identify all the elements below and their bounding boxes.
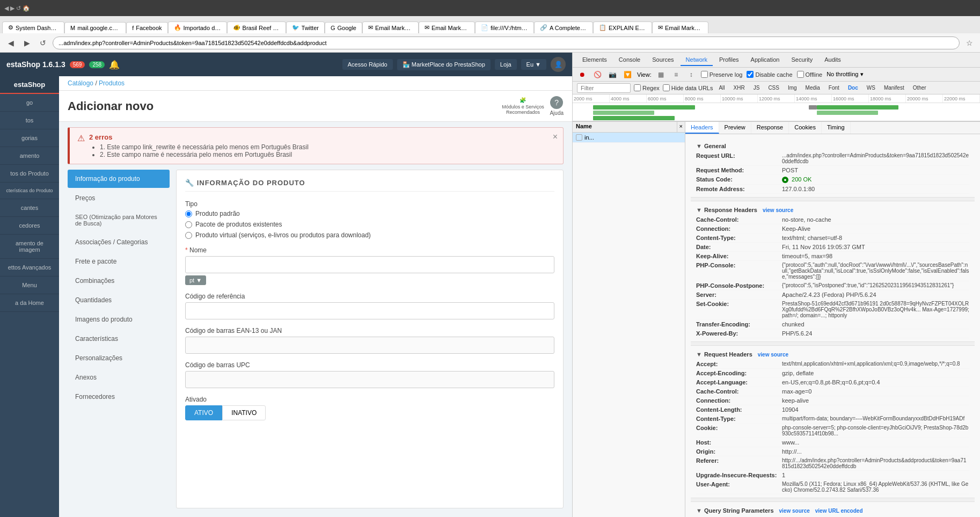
offline-label[interactable]: Offline	[797, 71, 823, 78]
detail-tab-response[interactable]: Response	[751, 122, 789, 134]
regex-checkbox[interactable]	[634, 84, 641, 91]
filter-input[interactable]	[577, 83, 631, 93]
inativo-button[interactable]: INATIVO	[222, 405, 266, 420]
filter-icon-button[interactable]: 🔽	[622, 69, 633, 80]
tipo-padrao[interactable]: Produto padrão	[185, 210, 554, 217]
tab-caracteristicas[interactable]: Características	[68, 330, 170, 348]
filter-doc[interactable]: Doc	[845, 84, 861, 91]
preserve-log-checkbox[interactable]	[701, 71, 708, 78]
tab-system-dashboard[interactable]: ⚙ System Dashboa	[2, 21, 64, 33]
tab-email-2[interactable]: ✉ Email Marketin	[419, 21, 475, 33]
filter-all[interactable]: All	[716, 84, 727, 91]
tab-email-1[interactable]: ✉ Email Marketin	[362, 21, 419, 33]
sidebar-item-home[interactable]: a da Home	[0, 294, 59, 312]
quick-access-button[interactable]: Acesso Rápido	[342, 59, 393, 70]
filter-other[interactable]: Other	[910, 84, 929, 91]
tab-brasil-reef[interactable]: 🐠 Brasil Reef - Fóru	[227, 21, 286, 33]
devtools-tab-elements[interactable]: Elements	[577, 54, 612, 66]
nome-input[interactable]	[185, 256, 554, 273]
bookmark-button[interactable]: ☆	[963, 37, 976, 49]
filter-media[interactable]: Media	[803, 84, 823, 91]
network-item-addproduct[interactable]: in...	[573, 133, 685, 143]
tipo-padrao-radio[interactable]	[185, 210, 192, 217]
breadcrumb-products[interactable]: Produtos	[99, 79, 125, 87]
sidebar-item-gorias[interactable]: gorias	[0, 129, 59, 147]
devtools-tab-sources[interactable]: Sources	[647, 54, 679, 66]
tab-facebook[interactable]: f Facebook	[126, 22, 167, 33]
close-request-panel-button[interactable]: ×	[677, 122, 685, 132]
tab-personalizacoes[interactable]: Personalizações	[68, 349, 170, 367]
record-button[interactable]: ⏺	[577, 69, 588, 80]
request-view-source-link[interactable]: view source	[758, 352, 788, 358]
list-view-button[interactable]: ≡	[671, 69, 682, 80]
refresh-button[interactable]: ↺	[36, 37, 49, 49]
upc-input[interactable]	[185, 371, 554, 388]
query-view-url-link[interactable]: view URL encoded	[815, 508, 863, 514]
tab-importado[interactable]: 🔥 Importado do Fire	[168, 21, 227, 33]
filter-css[interactable]: CSS	[765, 84, 782, 91]
tab-email-active[interactable]: ✉ Email Marketing	[652, 21, 708, 33]
filter-manifest[interactable]: Manifest	[881, 84, 907, 91]
camera-button[interactable]: 📷	[607, 69, 618, 80]
hide-data-urls-checkbox[interactable]	[663, 84, 670, 91]
devtools-tab-application[interactable]: Application	[745, 54, 785, 66]
tab-categorias[interactable]: Associações / Categorias	[68, 233, 170, 251]
sidebar-item-produto[interactable]: tos do Produto	[0, 165, 59, 183]
devtools-tab-audits[interactable]: Audits	[819, 54, 846, 66]
devtools-tab-network[interactable]: Network	[681, 54, 713, 66]
timeline-button[interactable]: ↕	[686, 69, 697, 80]
sidebar-item-imagem[interactable]: amento de imagem	[0, 235, 59, 259]
tab-frete[interactable]: Frete e pacote	[68, 252, 170, 271]
tab-anexos[interactable]: Anexos	[68, 368, 170, 387]
hide-data-urls-label[interactable]: Hide data URLs	[663, 84, 713, 91]
tab-twitter[interactable]: 🐦 Twitter	[286, 21, 325, 33]
tab-gmail[interactable]: M mail.google.com	[64, 22, 126, 33]
tab-precos[interactable]: Preços	[68, 189, 170, 207]
ean-input[interactable]	[185, 337, 554, 354]
detail-tab-headers[interactable]: Headers	[685, 122, 719, 134]
regex-label[interactable]: Regex	[634, 84, 660, 91]
forward-button[interactable]: ▶	[20, 37, 33, 49]
filter-js[interactable]: JS	[751, 84, 763, 91]
filter-xhr[interactable]: XHR	[731, 84, 748, 91]
devtools-tab-profiles[interactable]: Profiles	[714, 54, 744, 66]
filter-img[interactable]: Img	[785, 84, 800, 91]
sidebar-item-menu[interactable]: Menu	[0, 276, 59, 294]
tipo-virtual-radio[interactable]	[185, 232, 192, 239]
detail-tab-preview[interactable]: Preview	[719, 122, 751, 134]
tab-fornecedores[interactable]: Fornecedores	[68, 388, 170, 406]
tab-imagens[interactable]: Imagens do produto	[68, 310, 170, 329]
preserve-log-label[interactable]: Preserve log	[701, 71, 743, 78]
throttling-select[interactable]: No throttling ▾	[827, 71, 863, 78]
ativo-button[interactable]: ATIVO	[185, 405, 222, 420]
grid-view-button[interactable]: ▦	[656, 69, 667, 80]
tab-explain[interactable]: 📋 EXPLAIN EXTEND	[593, 21, 652, 33]
sidebar-item-cedores[interactable]: cedores	[0, 217, 59, 235]
devtools-tab-security[interactable]: Security	[786, 54, 818, 66]
store-button[interactable]: Loja	[495, 59, 517, 70]
modules-button[interactable]: 🧩 Módulos e Serviços Recomendados	[501, 97, 544, 115]
filter-font[interactable]: Font	[826, 84, 842, 91]
query-view-source-link[interactable]: view source	[779, 508, 810, 514]
user-button[interactable]: Eu ▼	[521, 59, 546, 70]
breadcrumb-catalog[interactable]: Catálogo	[68, 79, 93, 87]
tipo-pacote-radio[interactable]	[185, 221, 192, 228]
url-bar[interactable]	[53, 37, 960, 49]
alert-close-button[interactable]: ×	[553, 132, 558, 142]
back-button[interactable]: ◀	[4, 37, 17, 49]
clear-button[interactable]: 🚫	[592, 69, 603, 80]
disable-cache-label[interactable]: Disable cache	[747, 71, 792, 78]
marketplace-button[interactable]: 🏪 MarketPlace do PrestaShop	[397, 59, 491, 70]
tab-combinacoes[interactable]: Combinações	[68, 272, 170, 290]
tab-complete-url[interactable]: 🔗 A Complete URL	[534, 21, 593, 33]
sidebar-item-go[interactable]: go	[0, 94, 59, 112]
filter-ws[interactable]: WS	[864, 84, 878, 91]
tab-file[interactable]: 📄 file:///V:/html/adr	[475, 21, 534, 33]
tipo-virtual[interactable]: Produto virtual (serviços, e-livros ou p…	[185, 231, 554, 239]
help-button[interactable]: ? Ajuda	[550, 96, 564, 116]
detail-tab-cookies[interactable]: Cookies	[789, 122, 822, 134]
tab-google[interactable]: G Google	[325, 22, 362, 33]
tab-seo[interactable]: SEO (Otimização para Motores de Busca)	[68, 208, 170, 232]
disable-cache-checkbox[interactable]	[747, 71, 754, 78]
tab-quantidades[interactable]: Quantidades	[68, 291, 170, 309]
